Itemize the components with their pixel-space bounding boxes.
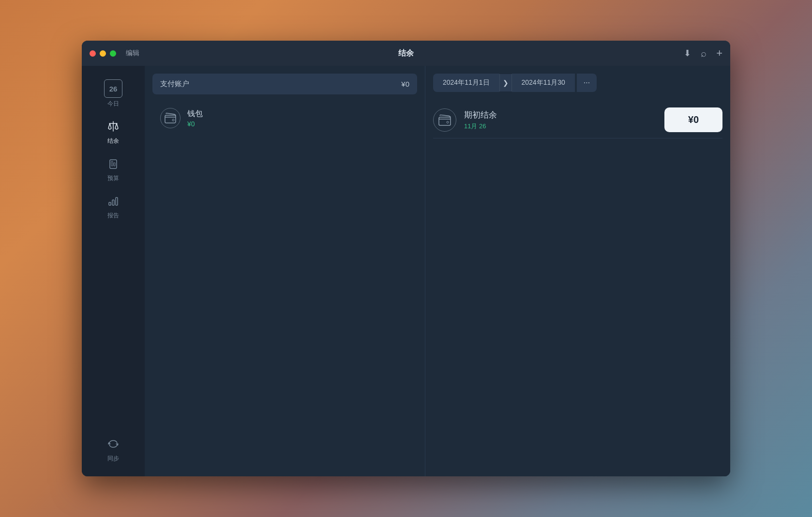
wallet-item[interactable]: 钱包 ¥0 [152, 102, 417, 134]
sidebar-label-today: 今日 [107, 100, 119, 108]
date-start-button[interactable]: 2024年11月1日 [433, 74, 499, 92]
sidebar-label-sync: 同步 [107, 455, 119, 463]
balance-info: 期初结余 11月 26 [464, 109, 497, 131]
calendar-icon: 26 [104, 79, 122, 98]
wallet-info: 钱包 ¥0 [187, 109, 203, 128]
titlebar: 编辑 结余 ⬇ ⌕ + [82, 41, 730, 66]
svg-rect-7 [116, 198, 118, 205]
sidebar-item-balance[interactable]: 结余 [82, 114, 145, 151]
wallet-icon [160, 108, 180, 128]
sidebar-item-report[interactable]: 报告 [82, 188, 145, 226]
balance-icon [106, 120, 120, 135]
search-icon[interactable]: ⌕ [701, 48, 707, 59]
svg-rect-5 [109, 202, 111, 205]
wallet-amount: ¥0 [187, 120, 203, 128]
download-icon[interactable]: ⬇ [684, 48, 691, 59]
balance-card-icon [433, 108, 456, 132]
budget-icon [106, 157, 120, 172]
add-icon[interactable]: + [716, 47, 722, 60]
edit-button[interactable]: 编辑 [126, 49, 139, 58]
sidebar-label-budget: 预算 [107, 174, 119, 182]
svg-rect-6 [112, 200, 114, 205]
balance-title: 期初结余 [464, 109, 497, 121]
balance-date: 11月 26 [464, 122, 497, 131]
content-area: 支付账户 ¥0 钱包 ¥0 [145, 66, 730, 476]
close-button[interactable] [90, 50, 96, 57]
maximize-button[interactable] [110, 50, 116, 57]
left-panel: 支付账户 ¥0 钱包 ¥0 [145, 66, 425, 476]
right-panel: 2024年11月1日 ❯ 2024年11月30 ··· [425, 66, 730, 476]
window-title: 结余 [398, 48, 414, 59]
sidebar-item-budget[interactable]: 预算 [82, 151, 145, 188]
svg-rect-3 [111, 161, 113, 166]
report-icon [106, 194, 120, 210]
date-more-button[interactable]: ··· [577, 74, 597, 92]
sidebar: 26 今日 结余 [82, 66, 145, 476]
sidebar-item-today[interactable]: 26 今日 [82, 74, 145, 114]
sync-icon [106, 437, 120, 453]
date-nav: 2024年11月1日 ❯ 2024年11月30 ··· [433, 74, 722, 92]
svg-rect-12 [439, 117, 451, 125]
sidebar-label-balance: 结余 [107, 137, 119, 145]
account-header-amount: ¥0 [401, 80, 409, 88]
balance-card[interactable]: 期初结余 11月 26 ¥0 [433, 102, 722, 138]
app-window: 编辑 结余 ⬇ ⌕ + 26 今日 [82, 41, 730, 476]
minimize-button[interactable] [100, 50, 106, 57]
balance-amount-button[interactable]: ¥0 [664, 107, 722, 132]
account-header[interactable]: 支付账户 ¥0 [152, 74, 417, 94]
sidebar-item-sync[interactable]: 同步 [82, 431, 145, 469]
svg-rect-10 [165, 115, 176, 123]
wallet-name: 钱包 [187, 109, 203, 119]
account-header-label: 支付账户 [160, 79, 401, 89]
traffic-lights [90, 50, 116, 57]
titlebar-actions: ⬇ ⌕ + [684, 47, 722, 60]
date-arrow-icon: ❯ [500, 74, 511, 91]
svg-rect-2 [110, 160, 117, 168]
sidebar-label-report: 报告 [107, 212, 119, 220]
svg-rect-4 [114, 163, 115, 166]
main-area: 26 今日 结余 [82, 66, 730, 476]
svg-point-13 [447, 121, 449, 123]
date-end-button[interactable]: 2024年11月30 [512, 74, 575, 92]
svg-point-11 [172, 119, 174, 121]
